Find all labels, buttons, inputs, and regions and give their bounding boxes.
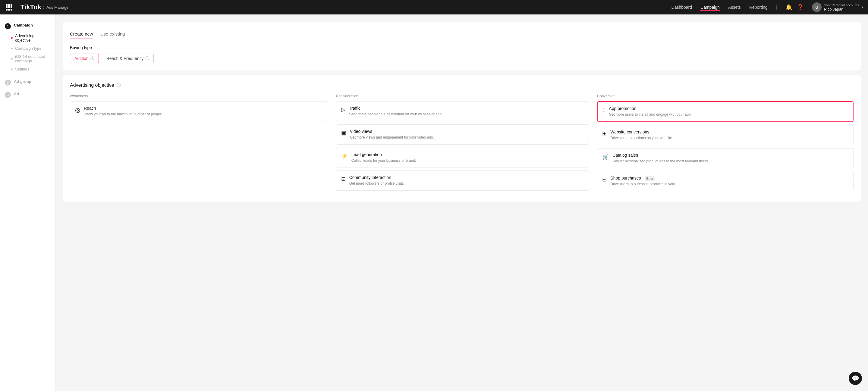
- tab-create-new[interactable]: Create new: [70, 29, 93, 39]
- consideration-header: Consideration: [336, 94, 589, 101]
- lead-generation-name: Lead generation: [351, 152, 416, 157]
- shop-purchases-text: Shop purchases Beta Drive users to purch…: [610, 175, 675, 187]
- objective-shop-purchases[interactable]: ⊟ Shop purchases Beta Drive users to pur…: [597, 171, 854, 191]
- traffic-name: Traffic: [349, 106, 443, 110]
- logo-adsmanager: Ads Manager: [46, 5, 70, 10]
- objective-traffic[interactable]: ▷ Traffic Send more people to a destinat…: [336, 101, 589, 121]
- buying-type-buttons: Auction ⓘ Reach & Frequency ⓘ: [70, 54, 854, 63]
- sidebar-item-campaign-type[interactable]: Campaign type: [0, 44, 55, 53]
- objective-community-interaction[interactable]: ⊡ Community interaction Get more followe…: [336, 170, 589, 191]
- video-views-name: Video views: [350, 129, 434, 134]
- grid-menu-button[interactable]: [5, 3, 13, 11]
- chat-button[interactable]: 💬: [849, 372, 862, 385]
- dot-campaign-type: [11, 47, 13, 50]
- objective-reach[interactable]: ◎ Reach Show your ad to the maximum numb…: [70, 101, 328, 121]
- step-2-number: 2: [5, 79, 11, 86]
- step-2-label: Ad group: [14, 79, 31, 84]
- auction-info-icon[interactable]: ⓘ: [90, 56, 94, 61]
- sidebar: 1 Campaign Advertising objective Campaig…: [0, 14, 56, 391]
- advertising-objective-info-icon[interactable]: ⓘ: [117, 83, 121, 88]
- reach-frequency-info-icon[interactable]: ⓘ: [145, 56, 149, 61]
- sidebar-step-adgroup: 2 Ad group: [0, 77, 55, 88]
- chevron-down-icon: ▾: [861, 5, 863, 9]
- advertising-objective-title: Advertising objective ⓘ: [70, 83, 854, 88]
- sidebar-label-advertising-objective: Advertising objective: [15, 33, 50, 42]
- video-views-desc: Get more views and engagement for your v…: [350, 135, 434, 140]
- traffic-icon: ▷: [341, 106, 345, 113]
- shop-purchases-icon: ⊟: [602, 176, 607, 183]
- nav-links: Dashboard Campaign Assets Reporting | 🔔 …: [672, 2, 863, 12]
- community-interaction-name: Community interaction: [349, 175, 405, 180]
- buying-btn-reach-frequency[interactable]: Reach & Frequency ⓘ: [102, 54, 154, 63]
- shop-purchases-name: Shop purchases: [610, 175, 641, 181]
- catalog-sales-name: Catalog sales: [613, 153, 709, 158]
- sidebar-item-advertising-objective[interactable]: Advertising objective: [0, 32, 55, 44]
- awareness-column: Awareness ◎ Reach Show your ad to the ma…: [70, 94, 331, 194]
- buying-btn-auction[interactable]: Auction ⓘ: [70, 54, 99, 63]
- auction-label: Auction: [74, 56, 89, 61]
- sidebar-step-campaign: 1 Campaign: [0, 21, 55, 32]
- dot-advertising-objective: [11, 37, 13, 39]
- page-layout: 1 Campaign Advertising objective Campaig…: [0, 14, 868, 391]
- objective-app-promotion[interactable]: ⤴ App promotion Get more users to instal…: [597, 101, 854, 122]
- traffic-desc: Send more people to a destination on you…: [349, 112, 443, 117]
- nav-dashboard[interactable]: Dashboard: [672, 4, 692, 11]
- community-interaction-icon: ⊡: [341, 175, 346, 182]
- step-3-number: 3: [5, 92, 11, 98]
- step-1-number: 1: [5, 23, 11, 29]
- app-promotion-name: App promotion: [609, 106, 692, 111]
- reach-icon: ◎: [75, 106, 80, 113]
- objective-columns: Awareness ◎ Reach Show your ad to the ma…: [70, 94, 854, 194]
- video-views-text: Video views Get more views and engagemen…: [350, 129, 434, 140]
- app-promotion-desc: Get more users to install and engage wit…: [609, 112, 692, 117]
- objective-lead-generation[interactable]: ⚡ Lead generation Collect leads for your…: [336, 148, 589, 168]
- help-circle-icon[interactable]: ❓: [797, 4, 804, 10]
- advertising-objective-card: Advertising objective ⓘ Awareness ◎ Reac…: [63, 75, 861, 201]
- app-promotion-text: App promotion Get more users to install …: [609, 106, 692, 117]
- lead-generation-desc: Collect leads for your business or brand…: [351, 158, 416, 163]
- community-interaction-text: Community interaction Get more followers…: [349, 175, 405, 186]
- website-conversions-name: Website conversions: [610, 130, 673, 134]
- logo-tiktok: TikTok: [21, 3, 41, 11]
- website-conversions-desc: Drive valuable actions on your website.: [610, 136, 673, 141]
- logo: TikTok : Ads Manager: [21, 3, 70, 11]
- catalog-sales-desc: Deliver personalized product ads to the …: [613, 159, 709, 164]
- nav-reporting[interactable]: Reporting: [749, 4, 768, 11]
- step-3-label: Ad: [14, 92, 19, 96]
- sidebar-label-ios14: iOS 14 dedicated campaign: [15, 54, 50, 63]
- grid-icon: [6, 4, 12, 10]
- objective-website-conversions[interactable]: ⊞ Website conversions Drive valuable act…: [597, 125, 854, 145]
- sidebar-step-ad: 3 Ad: [0, 89, 55, 100]
- reach-name: Reach: [84, 106, 163, 110]
- nav-assets[interactable]: Assets: [728, 4, 741, 11]
- notification-bell-icon[interactable]: 🔔: [785, 4, 792, 10]
- buying-type-label: Buying type: [70, 45, 854, 50]
- beta-badge: Beta: [645, 176, 655, 181]
- buying-type-card: Create new Use existing Buying type Auct…: [63, 22, 861, 70]
- user-info: Your Personal accounts Pico Japan: [824, 3, 859, 11]
- dot-settings: [11, 68, 13, 70]
- sidebar-item-ios14[interactable]: iOS 14 dedicated campaign: [0, 53, 55, 65]
- nav-campaign[interactable]: Campaign: [701, 4, 720, 11]
- catalog-sales-icon: 🛒: [602, 153, 609, 160]
- reach-frequency-label: Reach & Frequency: [106, 56, 144, 61]
- app-promotion-icon: ⤴: [602, 107, 605, 113]
- objective-video-views[interactable]: ▣ Video views Get more views and engagem…: [336, 124, 589, 144]
- awareness-header: Awareness: [70, 94, 328, 101]
- user-account-label: Your Personal accounts: [824, 3, 859, 7]
- reach-text: Reach Show your ad to the maximum number…: [84, 106, 163, 117]
- sidebar-label-campaign-type: Campaign type: [15, 46, 41, 51]
- user-account-name: Pico Japan: [824, 7, 859, 11]
- sidebar-item-settings[interactable]: Settings: [0, 65, 55, 73]
- create-tabs: Create new Use existing: [70, 29, 854, 39]
- dot-ios14: [11, 58, 13, 60]
- video-views-icon: ▣: [341, 130, 346, 136]
- consideration-column: Consideration ▷ Traffic Send more people…: [331, 94, 592, 194]
- objective-catalog-sales[interactable]: 🛒 Catalog sales Deliver personalized pro…: [597, 148, 854, 168]
- sidebar-label-settings: Settings: [15, 67, 29, 71]
- shop-purchases-desc: Drive users to purchase products in your: [610, 182, 675, 187]
- conversion-header: Conversion: [597, 94, 854, 101]
- main-content: Create new Use existing Buying type Auct…: [56, 14, 868, 391]
- user-account-menu[interactable]: U Your Personal accounts Pico Japan ▾: [812, 2, 863, 12]
- tab-use-existing[interactable]: Use existing: [100, 29, 125, 39]
